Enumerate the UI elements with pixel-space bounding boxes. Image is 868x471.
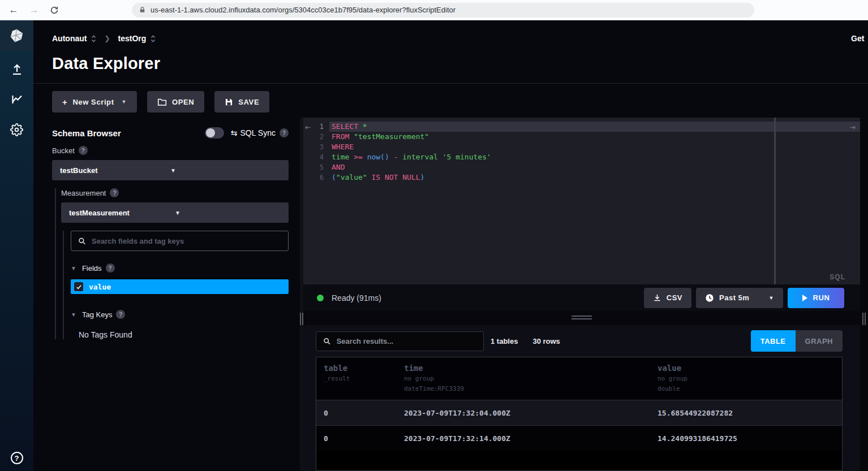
panel-resize-divider-horizontal[interactable] [303, 311, 860, 325]
sidebar-item-load-data[interactable] [6, 58, 28, 81]
no-tags-message: No Tags Found [79, 330, 289, 339]
minimap-line [780, 133, 806, 134]
play-icon [802, 295, 807, 301]
chevron-down-icon: ▼ [122, 99, 127, 105]
csv-download-button[interactable]: CSV [644, 288, 691, 308]
breadcrumb-suborg[interactable]: testOrg [118, 34, 147, 43]
tag-keys-group-header[interactable]: ▼ Tag Keys ? [71, 310, 289, 319]
lock-icon [139, 6, 146, 14]
measurement-dropdown[interactable]: testMeasurement ▼ [61, 202, 289, 223]
panel-resize-divider-right[interactable] [860, 118, 868, 471]
sql-sync-help-icon[interactable]: ? [280, 128, 289, 137]
query-status-bar: Ready (91ms) CSV [303, 284, 860, 311]
code-line[interactable]: ("value" IS NOT NULL) [329, 172, 860, 183]
toggle-knob [206, 128, 215, 137]
url-text: us-east-1-1.aws.cloud2.influxdata.com/or… [151, 6, 456, 14]
code-line[interactable]: AND [329, 162, 860, 172]
sql-sync-toggle[interactable] [205, 127, 224, 139]
field-item[interactable]: value [71, 279, 289, 294]
reload-glyph [50, 6, 59, 15]
line-number: 5 [303, 162, 329, 172]
influxdb-logo[interactable] [0, 20, 33, 51]
header-divider [33, 83, 868, 84]
fields-help-icon[interactable]: ? [106, 263, 115, 273]
browser-toolbar: ← → us-east-1-1.aws.cloud2.influxdata.co… [0, 0, 868, 20]
table-cell: 0 [316, 409, 397, 417]
back-icon[interactable]: ← [6, 2, 22, 18]
code-line[interactable]: time >= now() - interval '5 minutes' [329, 152, 860, 162]
column-header[interactable]: timeno groupdateTime:RFC3339 [397, 364, 650, 393]
breadcrumb-org[interactable]: Autonaut [52, 34, 87, 43]
address-bar[interactable]: us-east-1-1.aws.cloud2.influxdata.com/or… [132, 3, 754, 18]
results-search-input[interactable] [337, 337, 476, 345]
editor-code[interactable]: SELECT *FROM "testMeasurement"WHEREtime … [329, 118, 860, 284]
minimap-line [780, 131, 806, 132]
suborg-switcher-icon[interactable] [151, 35, 156, 42]
collapse-caret-icon[interactable]: ▼ [71, 312, 76, 318]
column-meta: no group [397, 374, 650, 383]
checkbox-icon[interactable] [74, 282, 83, 291]
column-header[interactable]: table_result [316, 364, 397, 393]
download-icon [653, 293, 661, 302]
column-meta: dateTime:RFC3339 [397, 384, 650, 393]
collapse-left-icon[interactable]: ⇤ [305, 123, 311, 131]
tab-table[interactable]: TABLE [751, 330, 796, 352]
save-script-button[interactable]: SAVE [214, 91, 269, 113]
schema-search[interactable] [71, 231, 289, 251]
sidebar-item-settings[interactable] [6, 118, 28, 141]
chevron-down-icon: ▼ [769, 295, 774, 301]
table-cell: 2023-07-09T17:32:14.000Z [397, 434, 650, 443]
column-meta: _result [316, 374, 397, 383]
results-search[interactable] [316, 331, 484, 351]
bucket-label: Bucket ? [52, 146, 289, 155]
org-switcher-icon[interactable] [91, 35, 96, 42]
minimap-line [780, 124, 806, 125]
time-range-dropdown[interactable]: Past 5m ▼ [696, 288, 783, 308]
drag-handle[interactable] [571, 316, 592, 321]
bucket-dropdown[interactable]: testBucket ▼ [52, 160, 289, 180]
results-table: table_resulttimeno groupdateTime:RFC3339… [316, 357, 843, 471]
collapse-caret-icon[interactable]: ▼ [71, 265, 76, 271]
status-dot [317, 295, 324, 301]
table-cell: 0 [316, 434, 397, 443]
drag-handle[interactable] [862, 313, 866, 325]
fields-group-header[interactable]: ▼ Fields ? [71, 263, 289, 273]
column-header[interactable]: valueno groupdouble [650, 364, 842, 393]
tab-graph[interactable]: GRAPH [796, 330, 843, 352]
editor-scrollbar[interactable] [774, 118, 776, 284]
measurement-label: Measurement ? [61, 188, 289, 197]
search-icon [323, 337, 331, 345]
language-badge: SQL [830, 273, 845, 281]
open-script-button[interactable]: OPEN [147, 91, 204, 113]
save-icon [225, 98, 233, 106]
table-cell: 2023-07-09T17:32:04.000Z [397, 409, 650, 417]
line-number: 4 [303, 152, 329, 162]
table-row[interactable]: 02023-07-09T17:32:04.000Z15.685449220872… [316, 400, 842, 425]
reload-icon[interactable] [46, 2, 62, 18]
column-name: value [650, 364, 842, 373]
upgrade-link[interactable]: Get [851, 34, 868, 43]
run-query-button[interactable]: RUN [788, 288, 844, 308]
sql-editor[interactable]: ⇤ 123456 SELECT *FROM "testMeasurement"W… [303, 118, 860, 284]
sidebar-item-data-explorer[interactable] [6, 88, 28, 111]
table-row[interactable]: 02023-07-09T17:32:14.000Z14.240993186419… [316, 425, 842, 451]
query-status-text: Ready (91ms) [332, 293, 381, 303]
influxdb-cubo-icon [9, 28, 24, 44]
field-name: value [89, 283, 111, 291]
new-script-button[interactable]: + New Script ▼ [52, 91, 137, 113]
measurement-help-icon[interactable]: ? [110, 188, 119, 197]
search-icon [78, 237, 86, 245]
collapse-right-icon[interactable]: ⇥ [850, 123, 856, 131]
table-cell: 15.68544922087282 [650, 409, 842, 417]
tag-keys-help-icon[interactable]: ? [116, 310, 125, 319]
breadcrumb: Autonaut ❯ testOrg Get [52, 32, 868, 45]
schema-search-input[interactable] [92, 237, 281, 245]
editor-minimap[interactable] [780, 122, 806, 135]
forward-icon[interactable]: → [26, 2, 42, 18]
chevron-right-icon: ❯ [104, 34, 110, 42]
code-line[interactable]: WHERE [329, 142, 860, 152]
bucket-help-icon[interactable]: ? [79, 146, 88, 155]
help-icon[interactable]: ? [11, 452, 23, 464]
column-meta: double [650, 384, 842, 393]
clock-icon [705, 293, 714, 303]
